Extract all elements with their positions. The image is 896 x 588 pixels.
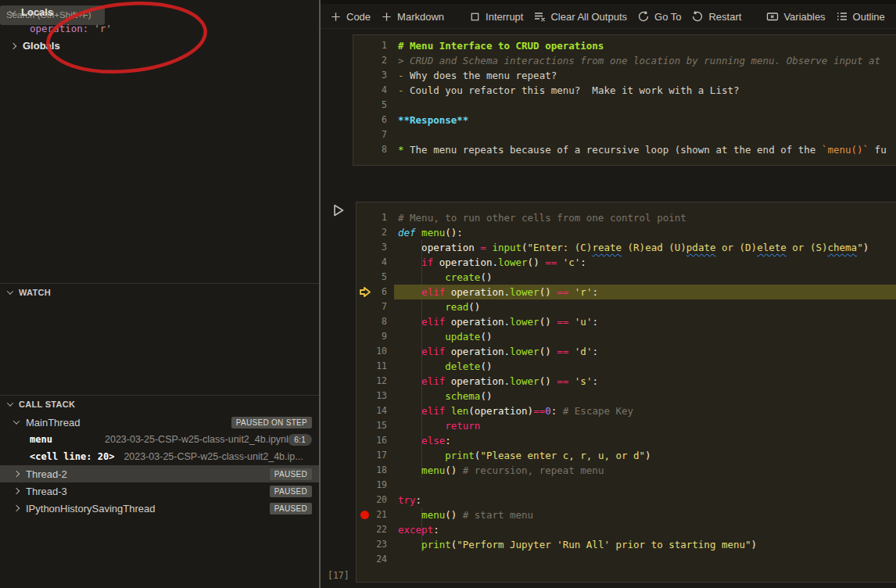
line-number[interactable]: 5 (357, 270, 387, 285)
code-line[interactable]: 6**Response** (353, 113, 896, 127)
code-line[interactable]: 24 (357, 552, 896, 567)
line-number[interactable]: 16 (357, 433, 387, 448)
variables-button[interactable]: Variables (766, 10, 825, 23)
button-label: Interrupt (486, 11, 523, 23)
code-line[interactable]: 11 delete() (357, 359, 896, 374)
breakpoint-icon[interactable] (360, 511, 369, 519)
line-number[interactable]: 4 (353, 83, 387, 98)
code-line[interactable]: 7 read() (357, 299, 896, 314)
restart-button[interactable]: Restart (691, 10, 741, 23)
code-line[interactable]: 9 update() (357, 329, 896, 344)
stack-frame-name: <cell line: 20> (30, 451, 114, 462)
chevron-right-icon[interactable] (13, 505, 20, 511)
code-line[interactable]: 19 (357, 478, 896, 493)
code-line[interactable]: 20try: (357, 493, 896, 507)
code-line[interactable]: 8* The menu repeats because of a recursi… (353, 142, 896, 157)
code-line[interactable]: 22except: (357, 522, 896, 537)
interrupt-button[interactable]: Interrupt (469, 11, 523, 23)
add-code-cell-button[interactable]: Code (330, 11, 371, 23)
line-number[interactable]: 11 (357, 359, 387, 374)
code-line[interactable]: 15 return (357, 418, 896, 433)
line-number[interactable]: 23 (357, 537, 387, 552)
chevron-down-icon[interactable] (9, 8, 16, 14)
code-line[interactable]: 3- Why does the menu repeat? (353, 68, 896, 83)
line-number[interactable]: 15 (357, 418, 387, 433)
code-line[interactable]: 7 (353, 127, 896, 142)
line-number[interactable]: 2 (357, 225, 387, 240)
code-cell-editor[interactable]: 1# Menu, to run other cells from one con… (356, 202, 896, 583)
code-line[interactable]: 5 create() (357, 270, 896, 285)
callstack-frame-row[interactable]: menu2023-03-25-CSP-w25-class-unit2_4b.ip… (0, 431, 319, 448)
clear-all-outputs-button[interactable]: Clear All Outputs (533, 10, 627, 23)
code-line[interactable]: 5 (353, 98, 896, 113)
line-number[interactable]: 13 (357, 389, 387, 403)
chevron-right-icon[interactable] (10, 42, 16, 48)
code-line[interactable]: 18 menu() # recursion, repeat menu (357, 463, 896, 478)
callstack-header[interactable]: CALL STACK (0, 396, 319, 413)
chevron-down-icon[interactable] (13, 418, 20, 424)
code-line[interactable]: 2> CRUD and Schema interactions from one… (353, 53, 896, 68)
stop-square-icon (469, 11, 481, 23)
code-line[interactable]: 3 operation = input("Enter: (C)reate (R)… (357, 240, 896, 255)
line-number[interactable]: 17 (357, 448, 387, 463)
run-cell-button[interactable] (332, 203, 346, 218)
code-line[interactable]: 13 schema() (357, 389, 896, 403)
line-number[interactable]: 4 (357, 255, 387, 270)
watch-header[interactable]: WATCH (0, 284, 319, 301)
code-line[interactable]: 2def menu(): (357, 225, 896, 240)
chevron-down-icon[interactable] (7, 288, 13, 294)
chevron-right-icon[interactable] (13, 488, 20, 494)
variables-scope-globals[interactable]: Globals (11, 40, 60, 52)
code-line[interactable]: 8 elif operation.lower() == 'u': (357, 314, 896, 329)
code-line[interactable]: 21 menu() # start menu (357, 507, 896, 522)
code-line[interactable]: 16 else: (357, 433, 896, 448)
line-number[interactable]: 8 (357, 314, 387, 329)
line-number[interactable]: 3 (357, 240, 387, 255)
code-line[interactable]: 12 elif operation.lower() == 's': (357, 374, 896, 389)
callstack-thread-row[interactable]: MainThreadPAUSED ON STEP (0, 414, 319, 431)
add-markdown-cell-button[interactable]: Markdown (381, 11, 444, 23)
debug-variable-row[interactable]: operation:'r' (30, 23, 112, 34)
line-number[interactable]: 12 (357, 374, 387, 389)
line-number[interactable]: 24 (357, 552, 387, 567)
line-number[interactable]: 8 (353, 142, 387, 157)
code-line[interactable]: 4 if operation.lower() == 'c': (357, 255, 896, 270)
code-line[interactable]: 6 elif operation.lower() == 'r': (357, 285, 896, 299)
line-number[interactable]: 7 (357, 299, 387, 314)
line-number[interactable]: 18 (357, 463, 387, 478)
markdown-cell-editor[interactable]: 1# Menu Interface to CRUD operations2> C… (353, 34, 896, 166)
line-number[interactable]: 22 (357, 522, 387, 537)
plus-icon (330, 11, 342, 23)
line-number[interactable]: 9 (357, 329, 387, 344)
goto-button[interactable]: Go To (637, 10, 681, 23)
line-number[interactable]: 6 (353, 113, 387, 127)
line-number[interactable]: 5 (353, 98, 387, 113)
line-number[interactable]: 1 (353, 38, 387, 53)
line-number[interactable]: 19 (357, 478, 387, 493)
code-line[interactable]: 17 print("Please enter c, r, u, or d") (357, 448, 896, 463)
line-number[interactable]: 7 (353, 127, 387, 142)
outline-button[interactable]: Outline (836, 10, 885, 23)
line-number[interactable]: 3 (353, 68, 387, 83)
execution-count: [17] (328, 570, 349, 581)
line-number[interactable]: 1 (357, 210, 387, 225)
button-label: Variables (783, 11, 825, 23)
line-number[interactable]: 14 (357, 403, 387, 418)
code-line[interactable]: 4- Could you refactor this menu? Make it… (353, 83, 896, 98)
code-line[interactable]: 23 print("Perform Jupyter 'Run All' prio… (357, 537, 896, 552)
variables-scope-locals[interactable]: Locals (10, 6, 53, 18)
callstack-thread-row[interactable]: IPythonHistorySavingThreadPAUSED (0, 500, 319, 517)
callstack-thread-row[interactable]: Thread-3PAUSED (0, 482, 319, 500)
callstack-thread-row[interactable]: Thread-2PAUSED (0, 465, 319, 482)
line-number[interactable]: 2 (353, 53, 387, 68)
line-number[interactable]: 20 (357, 493, 387, 507)
chevron-right-icon[interactable] (13, 471, 20, 477)
code-line[interactable]: 14 elif len(operation)==0: # Escape Key (357, 403, 896, 418)
chevron-down-icon[interactable] (7, 400, 13, 406)
code-line[interactable]: 1# Menu Interface to CRUD operations (353, 38, 896, 53)
sidebar-splitter[interactable] (319, 0, 321, 588)
callstack-frame-row[interactable]: <cell line: 20>2023-03-25-CSP-w25-class-… (0, 448, 319, 465)
code-line[interactable]: 1# Menu, to run other cells from one con… (357, 210, 896, 225)
code-line[interactable]: 10 elif operation.lower() == 'd': (357, 344, 896, 359)
line-number[interactable]: 10 (357, 344, 387, 359)
